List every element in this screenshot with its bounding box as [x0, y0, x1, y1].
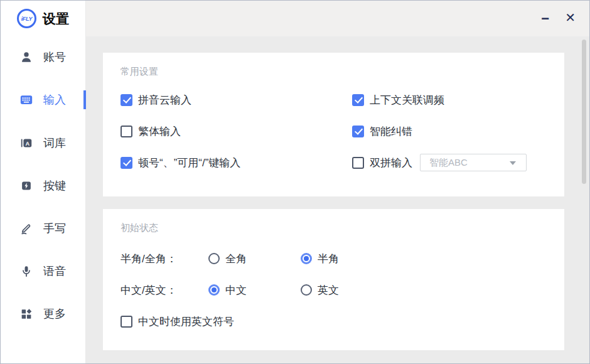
radio-row-label: 半角/全角：	[121, 252, 177, 266]
dictionary-icon: A	[19, 136, 33, 150]
shuangpin-scheme-dropdown[interactable]: 智能ABC	[420, 154, 527, 171]
app-header: iFLY 设置	[17, 9, 69, 28]
checkbox-label: 智能纠错	[370, 124, 412, 139]
radio-label: 中文	[225, 283, 247, 297]
pinyin-cloud-checkbox[interactable]	[121, 94, 132, 106]
checkbox-row: 中文时使用英文符号	[121, 313, 234, 329]
handwriting-icon	[19, 222, 33, 235]
sidebar-item-label: 语音	[43, 264, 66, 279]
sidebar: iFLY 设置 账号 输入	[1, 1, 86, 364]
checkbox-row: 双拼输入	[352, 154, 412, 171]
card-title: 初始状态	[121, 222, 158, 234]
logo-text: iFLY	[21, 16, 33, 22]
english-radio[interactable]	[301, 284, 312, 296]
page-title: 设置	[43, 10, 69, 28]
scrollbar[interactable]	[582, 40, 586, 184]
chinese-option[interactable]: 中文	[208, 282, 247, 298]
checkbox-label: 上下文关联调频	[370, 93, 444, 107]
radio-label: 英文	[318, 283, 339, 297]
chinese-radio[interactable]	[208, 284, 220, 296]
svg-text:A: A	[26, 141, 30, 147]
checkbox-label: 繁体输入	[138, 124, 181, 139]
sidebar-item-label: 账号	[43, 50, 66, 65]
context-freq-checkbox[interactable]	[352, 94, 364, 106]
dropdown-value: 智能ABC	[429, 154, 468, 171]
checkbox-row: 上下文关联调频	[352, 92, 444, 108]
minimize-button[interactable]: −	[541, 12, 549, 26]
halfwidth-radio[interactable]	[301, 253, 312, 264]
ifly-logo-icon: iFLY	[17, 9, 36, 28]
sidebar-item-voice[interactable]: 语音	[1, 260, 86, 282]
shuangpin-checkbox[interactable]	[352, 157, 364, 169]
radio-row: 中文/英文： 中文 英文	[121, 282, 547, 298]
radio-label: 半角	[318, 252, 339, 266]
more-grid-icon	[19, 307, 33, 321]
settings-window: − ✕ iFLY 设置 账号	[0, 0, 590, 364]
checkbox-row: 拼音云输入	[121, 92, 191, 108]
microphone-icon	[19, 264, 33, 278]
checkbox-label: 顿号“、”可用“/”键输入	[138, 156, 240, 170]
checkbox-label: 拼音云输入	[138, 93, 191, 107]
checkbox-label: 双拼输入	[370, 156, 412, 170]
smart-correction-checkbox[interactable]	[352, 126, 364, 137]
fullwidth-option[interactable]: 全角	[208, 250, 247, 267]
halfwidth-option[interactable]: 半角	[301, 250, 339, 267]
sidebar-item-label: 手写	[43, 221, 66, 236]
fullwidth-radio[interactable]	[208, 253, 220, 264]
initial-state-card: 初始状态 半角/全角： 全角 半角 中文/英文： 中文 英文	[103, 209, 564, 350]
sidebar-item-dictionary[interactable]: A 词库	[1, 132, 86, 154]
sidebar-item-label: 按键	[43, 178, 66, 193]
checkbox-row: 繁体输入	[121, 123, 181, 139]
keyboard-icon	[19, 93, 33, 107]
sidebar-item-handwriting[interactable]: 手写	[1, 218, 86, 239]
close-button[interactable]: ✕	[565, 11, 576, 24]
sidebar-item-label: 更多	[43, 306, 66, 321]
radio-label: 全角	[225, 252, 247, 266]
sidebar-item-account[interactable]: 账号	[1, 46, 86, 68]
traditional-input-checkbox[interactable]	[121, 126, 132, 137]
sidebar-item-keys[interactable]: 按键	[1, 175, 86, 196]
radio-row: 半角/全角： 全角 半角	[121, 250, 547, 267]
slash-key-checkbox[interactable]	[121, 157, 132, 169]
sidebar-item-more[interactable]: 更多	[1, 303, 86, 324]
checkbox-row: 顿号“、”可用“/”键输入	[121, 154, 240, 171]
user-icon	[19, 50, 33, 64]
sidebar-item-label: 词库	[43, 136, 66, 151]
checkbox-row: 智能纠错	[352, 123, 412, 139]
radio-row-label: 中文/英文：	[121, 283, 177, 297]
keypress-icon	[19, 179, 33, 193]
card-title: 常用设置	[121, 66, 158, 78]
english-option[interactable]: 英文	[301, 282, 339, 298]
titlebar: − ✕	[86, 1, 589, 36]
sidebar-item-input[interactable]: 输入	[1, 89, 86, 110]
checkbox-label: 中文时使用英文符号	[138, 314, 234, 329]
sidebar-item-label: 输入	[43, 92, 66, 107]
english-punct-checkbox[interactable]	[121, 316, 132, 328]
common-settings-card: 常用设置 拼音云输入 上下文关联调频 繁体输入 智能纠错 顿号“、”可用“/”键…	[103, 53, 564, 196]
chevron-down-icon	[510, 161, 516, 165]
